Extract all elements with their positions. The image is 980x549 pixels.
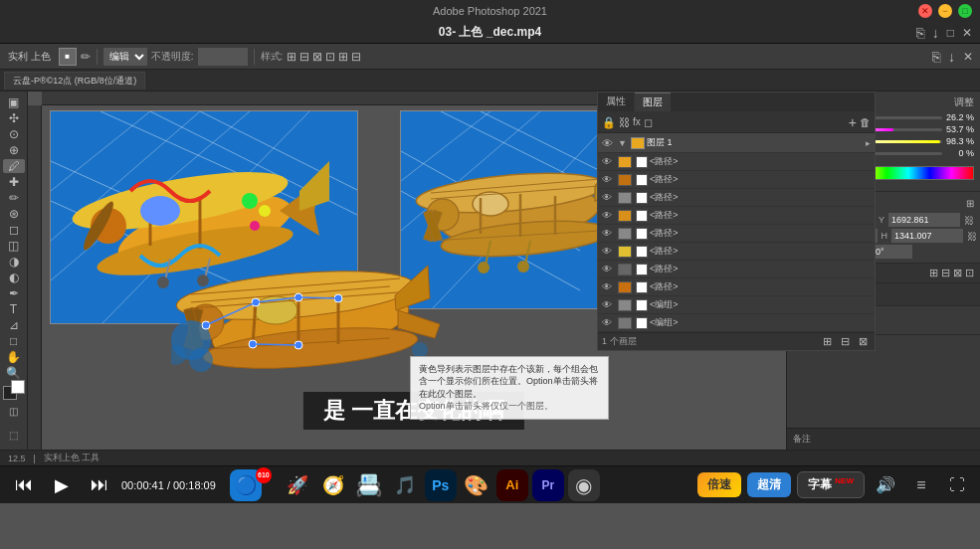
layer-row-6[interactable]: 👁 <路径> (598, 243, 875, 261)
healing-tool[interactable]: ✚ (3, 175, 25, 189)
layers-trash-icon[interactable]: 🗑 (860, 116, 871, 128)
layer-expand-arrow[interactable]: ▼ (618, 138, 627, 148)
screen-mode-icon[interactable]: ⬚ (3, 424, 25, 446)
layer-row-2[interactable]: 👁 <路径> (598, 171, 875, 189)
h-input[interactable] (891, 229, 963, 243)
eye-icon-5[interactable]: 👁 (602, 228, 616, 239)
align-icon-6[interactable]: ⊟ (351, 50, 361, 64)
history-trash-icon[interactable]: ⊟ (941, 267, 950, 279)
photoshop-icon[interactable]: Ps (425, 469, 457, 501)
history-brush-icon[interactable]: ⊞ (929, 267, 938, 279)
align-icon-3[interactable]: ⊠ (312, 50, 322, 64)
link2-icon[interactable]: ⛓ (967, 231, 977, 242)
eye-icon-10[interactable]: 👁 (602, 317, 616, 328)
eye-icon[interactable]: 👁 (602, 137, 616, 149)
selection-tool[interactable]: ▣ (3, 95, 25, 109)
layer-row-9[interactable]: 👁 <编组> (598, 296, 875, 314)
safari-icon[interactable]: 🧭 (317, 469, 349, 501)
canvas-tab[interactable]: 云盘-P®©12点 (RGB/8位/通道) (4, 72, 145, 90)
eye-icon-3[interactable]: 👁 (602, 192, 616, 203)
layer-row-1[interactable]: 👁 <路径> (598, 153, 875, 171)
tab-properties[interactable]: 属性 (598, 92, 635, 111)
align-icon-2[interactable]: ⊟ (299, 50, 309, 64)
brush-tool[interactable]: ✏ (3, 191, 25, 205)
layer-row-10[interactable]: 👁 <编组> (598, 314, 875, 332)
layers-plus-icon[interactable]: + (849, 114, 857, 130)
more-toolbar-icon[interactable]: ✕ (960, 50, 976, 64)
path-tool[interactable]: ⊿ (3, 318, 25, 332)
footer-btn-3[interactable]: ⊠ (856, 335, 871, 348)
layers-link-icon[interactable]: ⛓ (619, 116, 630, 129)
eye-icon-8[interactable]: 👁 (602, 281, 616, 292)
tool-label[interactable]: 实利 上色 (4, 48, 55, 66)
lasso-tool[interactable]: ⊙ (3, 127, 25, 141)
maximize-button[interactable]: □ (958, 4, 972, 18)
illustrator-icon[interactable]: Ai (496, 469, 528, 501)
align-icon-4[interactable]: ⊡ (325, 50, 335, 64)
align-icon-1[interactable]: ⊞ (287, 50, 296, 64)
clone-tool[interactable]: ⊛ (3, 207, 25, 221)
playlist-button[interactable]: ≡ (906, 470, 936, 500)
layer-row-3[interactable]: 👁 <路径> (598, 189, 875, 207)
tab-layers[interactable]: 图层 (635, 92, 671, 111)
next-button[interactable]: ⏭ (84, 469, 115, 501)
hand-tool[interactable]: ✋ (3, 350, 25, 364)
color-swatches[interactable] (3, 386, 25, 394)
download-toolbar-icon[interactable]: ↓ (945, 49, 958, 65)
music-icon[interactable]: 🎵 (389, 469, 421, 501)
eye-icon-7[interactable]: 👁 (602, 264, 616, 274)
contacts-icon[interactable]: 📇 (353, 469, 385, 501)
crop-tool[interactable]: ⊕ (3, 143, 25, 157)
quality-button[interactable]: 超清 (747, 472, 791, 497)
move-tool[interactable]: ✣ (3, 111, 25, 125)
mixer-icon[interactable]: 🎨 (461, 469, 492, 501)
mask-mode-icon[interactable]: ◫ (3, 400, 25, 422)
close-button[interactable]: ✕ (918, 4, 932, 18)
shape-tool[interactable]: □ (3, 334, 25, 348)
window-icon[interactable]: □ (947, 26, 954, 40)
eye-icon-4[interactable]: 👁 (602, 210, 616, 221)
share-icon[interactable]: ⎘ (916, 25, 924, 41)
volume-button[interactable]: 🔊 (871, 470, 900, 500)
subtitle-button[interactable]: 字幕 NEW (797, 471, 865, 498)
layer-row-5[interactable]: 👁 <路径> (598, 225, 875, 243)
history-icon3[interactable]: ⊠ (953, 267, 962, 279)
group-layer-row[interactable]: 👁 ▼ 图层 1 ▸ (598, 133, 875, 153)
blur-tool[interactable]: ◑ (3, 255, 25, 269)
layer-row-8[interactable]: 👁 <路径> (598, 278, 875, 296)
transform-icon[interactable]: ⊞ (966, 198, 974, 209)
eye-icon-6[interactable]: 👁 (602, 246, 616, 257)
eye-icon-9[interactable]: 👁 (602, 299, 616, 310)
layer-row-4[interactable]: 👁 <路径> (598, 207, 875, 225)
layers-lock-icon[interactable]: 🔒 (602, 116, 616, 129)
opacity-input[interactable]: 100% (198, 48, 248, 66)
dodge-tool[interactable]: ◐ (3, 271, 25, 284)
pen-tool[interactable]: ✒ (3, 286, 25, 300)
layers-fx-icon[interactable]: fx (633, 116, 641, 129)
eye-icon-2[interactable]: 👁 (602, 174, 616, 185)
zoom-tool[interactable]: 🔍 (3, 366, 25, 380)
share-toolbar-icon[interactable]: ⎘ (929, 49, 943, 65)
close-video-icon[interactable]: ✕ (962, 26, 972, 40)
align-icon-5[interactable]: ⊞ (338, 50, 348, 64)
vip-speed-button[interactable]: 倍速 (697, 472, 741, 497)
angle-input2[interactable] (873, 245, 912, 259)
eye-icon-1[interactable]: 👁 (602, 156, 616, 167)
eraser-tool[interactable]: ◻ (3, 223, 25, 237)
fullscreen-button[interactable]: ⛶ (942, 470, 972, 500)
footer-btn-1[interactable]: ⊞ (820, 335, 835, 348)
y-input[interactable] (888, 213, 960, 227)
prev-button[interactable]: ⏮ (8, 469, 40, 501)
layer-row-7[interactable]: 👁 <路径> (598, 261, 875, 278)
brush-tool-icon[interactable]: ✏ (81, 50, 91, 64)
background-color[interactable] (11, 380, 25, 394)
layers-mask-icon[interactable]: ◻ (644, 116, 653, 129)
play-button[interactable]: ▶ (46, 469, 78, 501)
launchpad-icon[interactable]: 🚀 (282, 469, 313, 501)
gradient-tool[interactable]: ◫ (3, 239, 25, 253)
eyedropper-tool[interactable]: 🖊 (3, 159, 25, 173)
premiere-icon[interactable]: Pr (532, 469, 564, 501)
mode-select[interactable]: 编辑 (103, 48, 147, 66)
minimize-button[interactable]: − (938, 4, 952, 18)
extra-app-icon[interactable]: ◉ (568, 469, 600, 501)
